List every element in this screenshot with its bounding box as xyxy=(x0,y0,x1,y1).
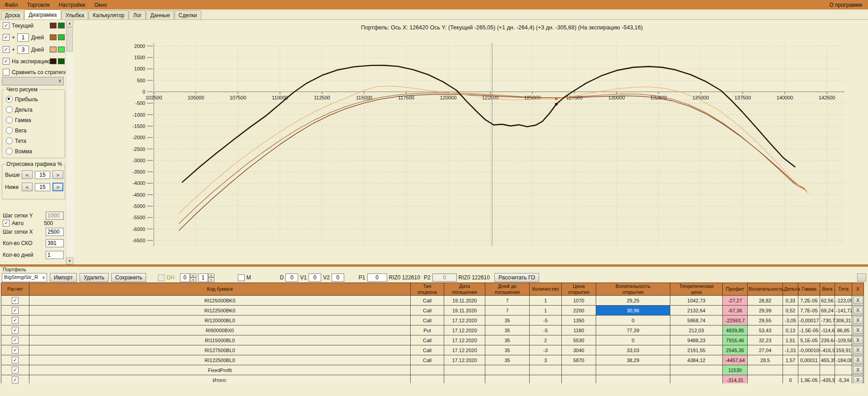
calc-go-button[interactable]: Рассчитать ГО xyxy=(494,273,539,282)
row-calc-checkbox[interactable] xyxy=(12,367,19,373)
plus3-color-down-swatch[interactable] xyxy=(50,47,57,52)
row-calc-checkbox[interactable] xyxy=(12,337,19,344)
menu-item-about[interactable]: О программе xyxy=(824,0,868,9)
menu-item-4[interactable]: Окно xyxy=(90,0,112,9)
menu-item-3[interactable]: Настройки xyxy=(54,0,90,9)
auto-grid-checkbox[interactable] xyxy=(3,220,9,226)
row-calc-checkbox[interactable] xyxy=(12,307,19,314)
days-count-input[interactable] xyxy=(46,251,64,259)
row-calc-checkbox[interactable] xyxy=(12,317,19,324)
d-input[interactable] xyxy=(285,273,298,282)
current-color-up-swatch[interactable] xyxy=(58,23,65,28)
current-color-down-swatch[interactable] xyxy=(50,23,57,28)
collapse-panel-button[interactable] xyxy=(857,273,866,282)
radio-6[interactable] xyxy=(6,148,13,155)
row-calc-checkbox[interactable] xyxy=(12,347,19,354)
expiration-color-up-swatch[interactable] xyxy=(58,58,65,64)
dh-spinner-2-input[interactable] xyxy=(198,273,208,282)
below-increase-button[interactable]: > xyxy=(52,183,63,191)
column-header[interactable]: Код бумаги xyxy=(29,283,411,296)
row-delete-button[interactable]: X xyxy=(853,366,863,374)
spin-down-icon[interactable]: ▼ xyxy=(190,278,196,282)
row-calc-checkbox[interactable] xyxy=(12,357,19,363)
row-delete-button[interactable]: X xyxy=(853,346,863,354)
plus3-checkbox[interactable] xyxy=(3,46,9,53)
tab-6[interactable]: Данные xyxy=(146,10,174,19)
above-percent-input[interactable] xyxy=(35,171,50,179)
radio-3[interactable] xyxy=(6,117,13,123)
plus1-color-up-swatch[interactable] xyxy=(58,34,65,40)
plus3-days-input[interactable] xyxy=(17,46,29,54)
spin-down-icon[interactable]: ▼ xyxy=(208,278,214,282)
grid-step-y-input[interactable] xyxy=(46,212,64,220)
column-header[interactable]: Профит xyxy=(723,283,748,296)
above-decrease-button[interactable]: < xyxy=(22,170,33,179)
plus1-checkbox[interactable] xyxy=(3,34,9,41)
column-header[interactable]: Волатильность xyxy=(748,283,783,296)
radio-2[interactable] xyxy=(6,106,13,113)
column-header[interactable]: Вега xyxy=(820,283,835,296)
strategy-compare-select[interactable]: ∨ xyxy=(2,77,64,85)
plus1-color-down-swatch[interactable] xyxy=(50,34,57,40)
column-header[interactable]: Теоретическаяцена xyxy=(670,283,723,296)
below-percent-input[interactable] xyxy=(35,183,50,191)
sko-count-input[interactable] xyxy=(46,239,64,247)
menu-item-1[interactable]: Файл xyxy=(0,0,23,9)
plus1-days-input[interactable] xyxy=(17,33,29,42)
column-header[interactable]: Тета xyxy=(835,283,852,296)
row-delete-button[interactable]: X xyxy=(853,376,863,384)
save-button[interactable]: Сохранить xyxy=(111,273,147,282)
row-calc-checkbox[interactable] xyxy=(12,377,19,383)
below-decrease-button[interactable]: < xyxy=(22,183,33,191)
strategy-select[interactable]: BigStmgiStr_R ∨ xyxy=(2,273,47,282)
row-delete-button[interactable]: X xyxy=(853,316,863,324)
column-header[interactable]: Ценаоткрытия xyxy=(562,283,596,296)
table-row[interactable]: RI125000BK0Call19.11.202071107029,251042… xyxy=(1,296,864,306)
dh-spinner-1-input[interactable] xyxy=(180,273,190,282)
spin-up-icon[interactable]: ▲ xyxy=(190,273,196,278)
p1-input[interactable] xyxy=(367,273,387,282)
column-header[interactable]: Расчет xyxy=(1,283,29,296)
row-delete-button[interactable]: X xyxy=(853,297,863,304)
table-row[interactable]: RI115000BL0Call17.12.2020352553009488,23… xyxy=(1,335,864,345)
tab-3[interactable]: Улыбка xyxy=(62,10,89,19)
tab-4[interactable]: Калькулятор xyxy=(89,10,128,19)
grid-step-x-input[interactable] xyxy=(46,228,64,236)
tab-2[interactable]: Диаграмма xyxy=(24,9,61,19)
row-calc-checkbox[interactable] xyxy=(12,327,19,334)
column-header[interactable]: Дельта xyxy=(783,283,798,296)
v2-input[interactable] xyxy=(332,273,344,282)
column-header[interactable]: X xyxy=(852,283,864,296)
column-header[interactable]: Количество xyxy=(530,283,562,296)
column-header[interactable]: Датапогашения xyxy=(444,283,485,296)
sidebar-scrollbar[interactable]: ▲ ▼ xyxy=(66,19,73,264)
tab-7[interactable]: Сделки xyxy=(175,10,201,19)
v1-input[interactable] xyxy=(308,273,321,282)
cell-open_vol[interactable]: 30,96 xyxy=(596,306,670,316)
scroll-down-icon[interactable]: ▼ xyxy=(66,257,73,264)
scrollbar-thumb[interactable] xyxy=(66,27,73,52)
table-row[interactable]: RI120000BL0Call17.12.202035-5135005868,7… xyxy=(1,316,864,325)
table-row[interactable]: RI90000BX0Put17.12.202035-5118077,39212,… xyxy=(1,325,864,335)
column-header[interactable]: Гамма xyxy=(798,283,820,296)
radio-5[interactable] xyxy=(6,137,13,144)
row-delete-button[interactable]: X xyxy=(853,306,863,314)
spin-up-icon[interactable]: ▲ xyxy=(208,273,214,278)
table-row[interactable]: RI127500BL0Call17.12.202035-3304033,0321… xyxy=(1,345,864,355)
row-delete-button[interactable]: X xyxy=(853,326,863,334)
current-checkbox[interactable] xyxy=(3,22,9,29)
table-row[interactable]: FixedProfit11530X xyxy=(1,365,864,375)
tab-5[interactable]: Лог xyxy=(129,10,146,19)
column-header[interactable]: Дней допогашения xyxy=(485,283,530,296)
menu-item-2[interactable]: Торговля xyxy=(23,0,54,9)
m-checkbox[interactable] xyxy=(238,274,245,281)
compare-strategy-checkbox[interactable] xyxy=(3,69,9,75)
scroll-up-icon[interactable]: ▲ xyxy=(66,19,73,27)
table-row[interactable]: RI122500BK0Call19.11.202071220030,962132… xyxy=(1,306,864,316)
expiration-checkbox[interactable] xyxy=(3,58,9,65)
column-header[interactable]: Волатильностьоткрытия xyxy=(596,283,670,296)
table-row[interactable]: RI122500BL0Call17.12.2020353587038,29438… xyxy=(1,355,864,365)
column-header[interactable]: Типопциона xyxy=(411,283,444,296)
radio-4[interactable] xyxy=(6,127,13,134)
radio-1[interactable] xyxy=(6,96,13,103)
